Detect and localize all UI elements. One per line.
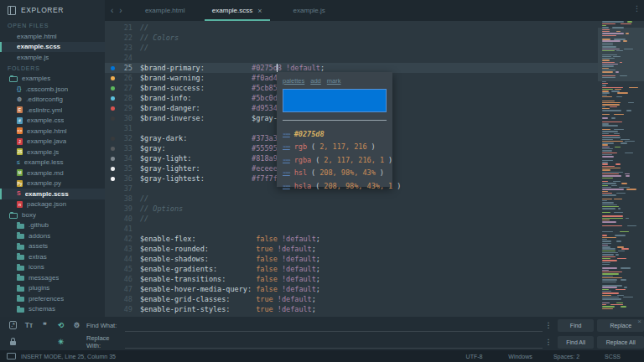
folder-icon: [17, 234, 24, 239]
tree-item-example.scss[interactable]: Sexample.scss: [0, 189, 105, 199]
line-number: 29: [124, 104, 132, 112]
find-all-button[interactable]: Find All: [558, 336, 595, 349]
minimap[interactable]: [598, 21, 644, 317]
tree-item-example.js[interactable]: JSexample.js: [0, 147, 105, 158]
nav-forward-icon[interactable]: ›: [119, 6, 122, 15]
code-line-47[interactable]: 47$enable-hover-media-query: false !defa…: [105, 284, 598, 294]
color-format-row[interactable]: »»»rgb(2, 117, 216): [283, 141, 387, 154]
tree-item-boxy[interactable]: boxy: [0, 209, 105, 220]
tree-item-example.less[interactable]: ≤example.less: [0, 158, 105, 168]
palettes-link[interactable]: palettes: [283, 77, 304, 85]
code-line-49[interactable]: 49$enable-print-styles: true !default;: [105, 304, 598, 314]
tree-item-.github[interactable]: .github: [0, 220, 105, 231]
code-line-39[interactable]: 39// Options: [105, 204, 598, 214]
tree-item-.editorconfig[interactable]: ⚙.editorconfig: [0, 95, 105, 106]
status-utf-8[interactable]: UTF-8: [451, 354, 497, 359]
tree-item-package.json[interactable]: npackage.json: [0, 199, 105, 210]
preserve-case-icon[interactable]: [10, 341, 16, 345]
minimap-viewport[interactable]: [598, 28, 644, 81]
tab-example.html[interactable]: example.html: [129, 0, 201, 21]
code-line-22[interactable]: 22// Colors: [105, 33, 598, 43]
color-dot-icon: [111, 157, 115, 161]
tree-item-extras[interactable]: extras: [0, 251, 105, 262]
insert-link-icon[interactable]: »»»: [283, 169, 290, 176]
code-line-24[interactable]: 24: [105, 53, 598, 63]
color-swatch[interactable]: [283, 89, 387, 112]
line-number: 43: [124, 245, 132, 253]
whole-word-icon[interactable]: ❞: [43, 321, 47, 329]
code-line-41[interactable]: 41: [105, 224, 598, 234]
code-line-21[interactable]: 21//: [105, 23, 598, 33]
find-input[interactable]: [125, 319, 543, 332]
open-file-example.html[interactable]: example.html: [0, 31, 105, 42]
gutter: 34: [105, 153, 140, 163]
color-format-row[interactable]: »»»#0275d8: [283, 127, 387, 141]
gutter: 48: [105, 294, 140, 304]
find-label: Find What:: [86, 322, 125, 329]
insert-link-icon[interactable]: »»»: [283, 131, 290, 137]
insert-link-icon[interactable]: »»»: [283, 183, 290, 189]
tree-item-example.py[interactable]: Pyexample.py: [0, 178, 105, 189]
case-sensitive-icon[interactable]: Tт: [25, 321, 33, 329]
color-format-row[interactable]: »»»rgba(2, 117, 216, 1): [283, 153, 387, 167]
tree-item-.csscomb.json[interactable]: {}.csscomb.json: [0, 84, 105, 95]
tree-item-assets[interactable]: assets: [0, 241, 105, 252]
tab-example.js[interactable]: example.js: [273, 0, 345, 21]
tree-item-preferences[interactable]: preferences: [0, 293, 105, 304]
find-history-icon[interactable]: ⋮: [543, 321, 554, 329]
tree-item-plugins[interactable]: plugins: [0, 283, 105, 294]
insert-link-icon[interactable]: »»»: [283, 143, 290, 150]
insert-link-icon[interactable]: »»»: [283, 157, 290, 163]
tree-item-examples[interactable]: examples: [0, 74, 105, 85]
wrap-icon[interactable]: ⟲: [58, 321, 64, 329]
code-line-45[interactable]: 45$enable-gradients: false !default;: [105, 264, 598, 274]
tree-item-schemas[interactable]: schemas: [0, 304, 105, 315]
add-link[interactable]: add: [310, 77, 321, 85]
highlight-matches-icon[interactable]: ☀: [58, 338, 65, 346]
in-selection-icon[interactable]: ⚙: [74, 321, 80, 329]
status-windows[interactable]: Windows: [497, 354, 543, 359]
code-line-42[interactable]: 42$enable-flex: false !default;: [105, 234, 598, 244]
regex-icon[interactable]: .*: [9, 321, 17, 329]
code-line-40[interactable]: 40//: [105, 214, 598, 224]
find-button[interactable]: Find: [558, 319, 595, 332]
explorer-title: EXPLORER: [21, 6, 64, 14]
explorer-icon: [8, 6, 16, 15]
code-line-38[interactable]: 38//: [105, 194, 598, 204]
tab-label: example.js: [293, 7, 325, 14]
code-line-48[interactable]: 48$enable-grid-classes: true !default;: [105, 294, 598, 304]
tab-example.scss[interactable]: example.scss×: [201, 0, 273, 21]
replace-history-icon[interactable]: ⋮: [543, 338, 554, 346]
code-line-46[interactable]: 46$enable-transitions: false !default;: [105, 274, 598, 284]
color-format-row[interactable]: »»»hsl(208, 98%, 43%): [283, 167, 387, 180]
insert-mode-status[interactable]: INSERT MODE, Line 25, Column 35: [21, 354, 116, 359]
tree-item-.eslintrc.yml[interactable]: E.eslintrc.yml: [0, 105, 105, 116]
replace-all-button[interactable]: Replace All: [597, 336, 644, 349]
status-scss[interactable]: SCSS: [589, 354, 636, 359]
tree-item-example.html[interactable]: <>example.html: [0, 126, 105, 137]
tab-close-icon[interactable]: ×: [257, 7, 262, 15]
tree-item-example.java[interactable]: Jexample.java: [0, 137, 105, 147]
code-line-44[interactable]: 44$enable-shadows: false !default;: [105, 254, 598, 264]
code-line-23[interactable]: 23//: [105, 43, 598, 53]
tree-item-example.md[interactable]: Mexample.md: [0, 168, 105, 178]
color-dot-icon: [111, 66, 115, 70]
tree-item-example.css[interactable]: #example.css: [0, 116, 105, 127]
tab-overflow-icon[interactable]: ⋮: [633, 4, 641, 13]
mark-link[interactable]: mark: [327, 77, 341, 85]
tree-item-addons[interactable]: addons: [0, 230, 105, 241]
line-number: 44: [124, 255, 132, 263]
close-panel-icon[interactable]: ×: [637, 318, 641, 325]
code-line-43[interactable]: 43$enable-rounded: true !default;: [105, 244, 598, 254]
status-spaces-2[interactable]: Spaces: 2: [543, 354, 589, 359]
tree-item-icons[interactable]: icons: [0, 262, 105, 273]
tree-item-label: .github: [29, 221, 49, 229]
gutter: 28: [105, 93, 140, 103]
nav-back-icon[interactable]: ‹: [111, 6, 113, 15]
tree-item-messages[interactable]: messages: [0, 272, 105, 283]
open-file-example.scss[interactable]: example.scss: [0, 42, 105, 53]
line-number: 38: [124, 194, 132, 203]
open-file-example.js[interactable]: example.js: [0, 52, 105, 63]
color-format-row[interactable]: »»»hsla(208, 98%, 43%, 1): [283, 179, 387, 193]
replace-input[interactable]: [125, 336, 543, 349]
